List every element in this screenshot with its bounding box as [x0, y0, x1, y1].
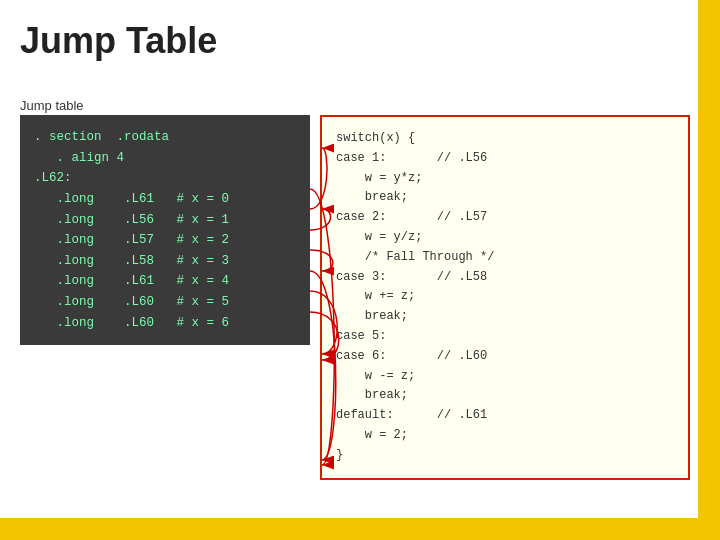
code-line: w = y*z;: [336, 169, 674, 189]
section-label: Jump table: [20, 98, 84, 113]
code-line: .long .L58 # x = 3: [34, 251, 296, 272]
code-line: .long .L61 # x = 4: [34, 271, 296, 292]
code-line: w = 2;: [336, 426, 674, 446]
code-line: .long .L60 # x = 6: [34, 313, 296, 334]
bottom-bar: [0, 518, 720, 540]
code-line: }: [336, 446, 674, 466]
right-code-block: switch(x) { case 1: // .L56 w = y*z; bre…: [320, 115, 690, 480]
code-line: switch(x) {: [336, 129, 674, 149]
code-line: .long .L57 # x = 2: [34, 230, 296, 251]
code-line: . section .rodata: [34, 127, 296, 148]
code-line: break;: [336, 386, 674, 406]
code-line: break;: [336, 188, 674, 208]
code-line: .long .L56 # x = 1: [34, 210, 296, 231]
code-line: break;: [336, 307, 674, 327]
code-line: case 2: // .L57: [336, 208, 674, 228]
code-line: .long .L61 # x = 0: [34, 189, 296, 210]
code-line: .long .L60 # x = 5: [34, 292, 296, 313]
left-code-block: . section .rodata . align 4 .L62: .long …: [20, 115, 310, 345]
code-line: .L62:: [34, 168, 296, 189]
code-line: case 5:: [336, 327, 674, 347]
code-line: . align 4: [34, 148, 296, 169]
code-line: case 1: // .L56: [336, 149, 674, 169]
right-bar: [698, 0, 720, 540]
code-line: case 3: // .L58: [336, 268, 674, 288]
code-line: w += z;: [336, 287, 674, 307]
code-line: default: // .L61: [336, 406, 674, 426]
code-line: /* Fall Through */: [336, 248, 674, 268]
code-line: w = y/z;: [336, 228, 674, 248]
page-title: Jump Table: [20, 20, 217, 62]
code-line: case 6: // .L60: [336, 347, 674, 367]
code-line: w -= z;: [336, 367, 674, 387]
